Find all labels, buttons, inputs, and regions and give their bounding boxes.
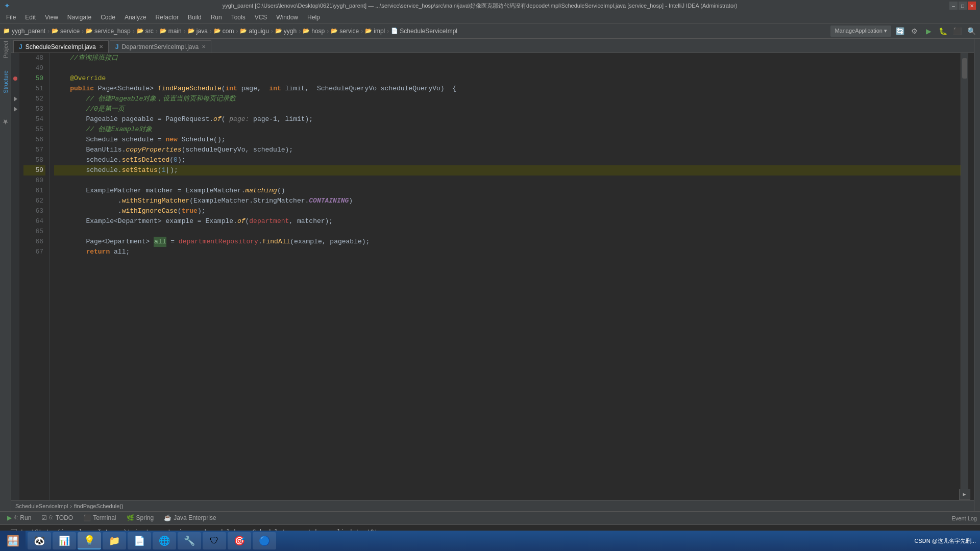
maximize-button[interactable]: □ — [959, 2, 967, 10]
taskbar-shield-icon[interactable]: 🛡 — [203, 532, 226, 549]
close-button[interactable]: ✕ — [968, 2, 976, 10]
nav-project[interactable]: 📁 yygh_parent — [3, 28, 45, 35]
menu-analyze[interactable]: Analyze — [120, 11, 151, 23]
minimize-button[interactable]: – — [949, 2, 958, 10]
class-schedule: Schedule — [182, 135, 213, 145]
code-area[interactable]: 48 49 50 51 52 53 54 55 56 57 58 59 60 6… — [11, 53, 974, 500]
config-button[interactable]: ⚙ — [909, 26, 920, 37]
gutter-59 — [11, 165, 19, 176]
taskbar-target-icon[interactable]: 🎯 — [228, 532, 251, 549]
nav-service-hosp[interactable]: 📂 service_hosp — [86, 28, 131, 35]
taskbar-globe-icon[interactable]: 🌐 — [153, 532, 176, 549]
menu-refactor[interactable]: Refactor — [152, 11, 183, 23]
terminal-label: Terminal — [93, 514, 116, 521]
bottom-tab-run[interactable]: ▶ 4: Run — [3, 512, 35, 524]
gutter-58 — [11, 155, 19, 165]
bottom-tab-spring[interactable]: 🌿 Spring — [122, 512, 158, 524]
stop-button[interactable]: ⬛ — [951, 26, 963, 37]
tab-close-schedule[interactable]: ✕ — [99, 44, 103, 49]
nav-main[interactable]: 📂 main — [160, 28, 182, 35]
menu-run[interactable]: Run — [207, 11, 226, 23]
gutter-60 — [11, 176, 19, 186]
breadcrumb-separator: › — [70, 503, 72, 509]
indent-63: . — [54, 206, 122, 216]
breakpoint-50[interactable] — [13, 77, 17, 81]
menu-vcs[interactable]: VCS — [251, 11, 272, 23]
var-schedule-59: schedule. — [54, 165, 122, 176]
nav-atguigu[interactable]: 📂 atguigu — [240, 28, 268, 35]
code-line-60 — [54, 176, 961, 186]
menu-tools[interactable]: Tools — [227, 11, 250, 23]
menu-window[interactable]: Window — [272, 11, 302, 23]
manage-application-button[interactable]: ManageApplication ▾ — [830, 26, 891, 37]
taskbar-clock: CSDN @这儿名字先删... — [910, 537, 980, 545]
taskbar-doc-icon[interactable]: 📄 — [128, 532, 151, 549]
comma64: , — [289, 216, 293, 227]
gutter-67 — [11, 247, 19, 257]
taskbar-tools-icon[interactable]: 🔧 — [178, 532, 201, 549]
menu-help[interactable]: Help — [303, 11, 324, 23]
dot1: . — [209, 114, 213, 124]
menu-code[interactable]: Code — [96, 11, 119, 23]
type-pg66: Page<Department> — [86, 237, 154, 247]
menu-edit[interactable]: Edit — [21, 11, 40, 23]
bottom-tab-terminal[interactable]: ⬛ Terminal — [79, 512, 120, 524]
nav-hosp[interactable]: 📂 hosp — [303, 28, 325, 35]
windows-icon: 🪟 — [7, 535, 19, 547]
taskbar-bear-icon[interactable]: 🐼 — [28, 532, 51, 549]
type-page: Page< — [98, 84, 118, 94]
start-button[interactable]: 🪟 — [0, 531, 26, 551]
gutter-48 — [11, 53, 19, 63]
linenum-48: 48 — [23, 53, 45, 63]
menu-file[interactable]: File — [2, 11, 20, 23]
tab-schedule-impl[interactable]: J ScheduleServiceImpl.java ✕ — [13, 40, 109, 53]
nav-java[interactable]: 📂 java — [188, 28, 208, 35]
search-everywhere-button[interactable]: 🔍 — [966, 26, 977, 37]
play-scroll-button[interactable]: ▶ — [959, 489, 970, 500]
tab-close-department[interactable]: ✕ — [202, 44, 206, 49]
nav-yygh[interactable]: 📂 yygh — [275, 28, 297, 35]
run-button[interactable]: ▶ — [923, 26, 934, 37]
gutter-62 — [11, 196, 19, 206]
structure-label[interactable]: Structure — [2, 68, 10, 95]
nav-service[interactable]: 📂 service — [52, 28, 80, 35]
chart-app-icon: 📊 — [59, 535, 70, 546]
gutter-49 — [11, 63, 19, 73]
nav-impl[interactable]: 📂 impl — [365, 28, 385, 35]
bottom-tab-todo[interactable]: ☑ 6: TODO — [37, 512, 77, 524]
menu-view[interactable]: View — [41, 11, 62, 23]
nav-src[interactable]: 📂 src — [137, 28, 154, 35]
menu-navigate[interactable]: Navigate — [63, 11, 95, 23]
param-label-page: page: — [229, 114, 249, 124]
scroll-thumb[interactable] — [962, 58, 967, 79]
project-panel-label[interactable]: Project — [2, 39, 10, 60]
args62a: (ExampleMatcher. — [189, 196, 253, 206]
menu-build[interactable]: Build — [184, 11, 206, 23]
debug-button[interactable]: 🐛 — [937, 26, 948, 37]
linenum-59: 59 — [23, 165, 45, 176]
kw-public: public — [54, 84, 98, 94]
dot57: . — [122, 145, 126, 155]
gutter-53 — [11, 104, 19, 114]
vertical-scrollbar[interactable]: ▶ — [961, 53, 968, 500]
linenum-54: 54 — [23, 114, 45, 124]
editor-tabs: J ScheduleServiceImpl.java ✕ J Departmen… — [11, 39, 974, 53]
bottom-tab-java-enterprise[interactable]: ☕ Java Enterprise — [160, 512, 220, 524]
class-example: Example — [205, 216, 233, 227]
nav-com[interactable]: 📂 com — [214, 28, 234, 35]
comment-53: //0是第一页 — [54, 104, 125, 114]
nav-schedule-impl[interactable]: 📄 ScheduleServiceImpl — [391, 28, 457, 35]
nav-service2[interactable]: 📂 service — [331, 28, 359, 35]
linenum-62: 62 — [23, 196, 45, 206]
taskbar-idea-icon[interactable]: 💡 — [78, 532, 101, 549]
taskbar-blue-icon[interactable]: 🔵 — [253, 532, 276, 549]
code-editor[interactable]: J ScheduleServiceImpl.java ✕ J Departmen… — [11, 39, 974, 511]
refresh-button[interactable]: 🔄 — [894, 26, 905, 37]
todo-icon: ☑ — [41, 514, 47, 521]
taskbar-folder-icon[interactable]: 📁 — [103, 532, 126, 549]
code-lines[interactable]: //查询排班接口 @Override public Page<Schedule>… — [50, 53, 961, 500]
favorites-label[interactable]: ★ — [1, 116, 11, 128]
tab-department-impl[interactable]: J DepartmentServiceImpl.java ✕ — [110, 40, 211, 53]
num-0: 0 — [174, 155, 178, 165]
taskbar-chart-icon[interactable]: 📊 — [53, 532, 76, 549]
